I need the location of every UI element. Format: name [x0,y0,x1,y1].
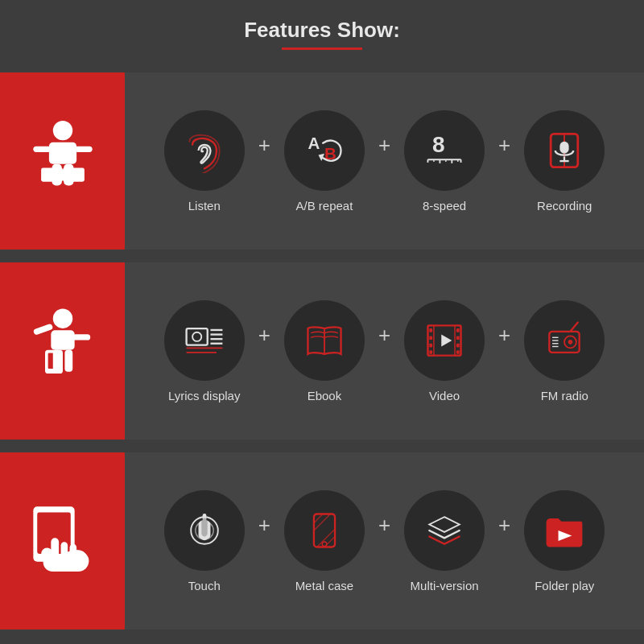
plus-7: + [258,513,270,538]
svg-marker-53 [441,334,452,346]
svg-rect-50 [456,336,460,340]
red-box-display [0,262,125,440]
features-area-listen: Listen + A B A/B repeat [125,110,644,213]
label-lyrics: Lyrics display [168,389,240,402]
plus-5: + [378,323,390,348]
svg-rect-31 [52,350,60,372]
circle-metalcase [284,490,365,571]
red-box-touch [0,452,125,630]
svg-rect-26 [51,330,74,349]
label-multiversion: Multi-version [411,579,479,592]
svg-line-74 [317,529,335,547]
svg-line-55 [571,322,578,331]
header: Features Show: [244,0,400,58]
svg-rect-66 [69,544,76,560]
feature-item-metalcase: Metal case [272,490,377,592]
label-video: Video [429,389,460,402]
feature-row-display: Lyrics display + [0,262,644,440]
feature-row-listen: Listen + A B A/B repeat [0,72,644,250]
plus-3: + [498,133,510,158]
circle-ab: A B [284,110,365,191]
ebook-icon [302,318,347,363]
circle-ebook [284,300,365,381]
red-box-listen [0,72,125,250]
svg-rect-33 [186,328,207,345]
svg-rect-6 [52,164,61,186]
svg-point-61 [568,340,573,345]
svg-rect-3 [74,147,92,152]
svg-text:A: A [308,134,320,152]
features-area-touch: Touch + [125,490,644,592]
person-device-icon [23,307,103,395]
feature-item-multiversion: Multi-version [392,490,497,592]
hand-tablet-icon [23,497,103,585]
feature-item-ebook: Ebook [272,300,377,402]
plus-8: + [378,513,390,538]
svg-rect-65 [60,542,68,559]
touch-icon [182,508,227,553]
listen-icon [182,128,227,173]
label-folderplay: Folder play [535,579,594,592]
feature-item-listen: Listen [152,110,257,213]
svg-point-0 [52,121,72,140]
folder-play-icon [542,508,587,553]
metal-case-icon [302,508,347,553]
8speed-icon: 8 [422,128,467,173]
feature-item-ab: A B A/B repeat [272,110,377,213]
feature-item-folderplay: Folder play [512,490,617,592]
plus-1: + [258,133,270,158]
svg-text:8: 8 [432,131,445,156]
svg-rect-22 [560,141,569,153]
features-area-display: Lyrics display + [125,300,644,402]
svg-rect-47 [429,343,432,347]
page-container: Features Show: [0,0,644,644]
feature-item-fmradio: FM radio [512,300,617,402]
svg-rect-1 [48,142,76,164]
header-underline [282,47,362,50]
svg-rect-28 [72,334,90,340]
svg-rect-52 [456,350,460,354]
plus-2: + [378,133,390,158]
plus-4: + [258,323,270,348]
fm-radio-icon [542,318,587,363]
person-reading-icon [23,117,103,205]
label-touch: Touch [188,579,221,592]
feature-item-speed: 8 8-speed [392,110,497,213]
svg-point-76 [322,542,327,547]
svg-rect-32 [64,350,72,372]
svg-rect-49 [456,328,460,332]
feature-item-touch: Touch [152,490,257,592]
svg-rect-48 [429,350,432,354]
label-recording: Recording [537,199,592,213]
svg-rect-45 [429,328,432,332]
feature-item-lyrics: Lyrics display [152,300,257,402]
rows-container: Listen + A B A/B repeat [0,58,644,644]
label-listen: Listen [188,199,221,213]
circle-video [404,300,485,381]
circle-multiversion [404,490,485,571]
svg-point-34 [192,332,201,341]
svg-rect-46 [429,336,432,340]
label-ab: A/B repeat [295,199,353,213]
label-ebook: Ebook [308,389,342,402]
circle-speed: 8 [404,110,485,191]
multi-version-icon [422,508,467,553]
plus-9: + [498,513,510,538]
label-speed: 8-speed [423,199,466,213]
circle-folderplay [524,490,605,571]
svg-marker-10 [318,153,324,160]
svg-rect-2 [33,147,51,152]
circle-fmradio [524,300,605,381]
svg-point-25 [52,308,72,328]
plus-6: + [498,323,510,348]
feature-item-video: Video [392,300,497,402]
label-fmradio: FM radio [541,389,588,402]
lyrics-icon [182,318,227,363]
svg-rect-67 [41,548,53,562]
recording-icon [542,128,587,173]
circle-recording [524,110,605,191]
page-title: Features Show: [244,18,400,43]
ab-repeat-icon: A B [302,128,347,173]
svg-rect-27 [32,323,52,335]
circle-lyrics [164,300,245,381]
